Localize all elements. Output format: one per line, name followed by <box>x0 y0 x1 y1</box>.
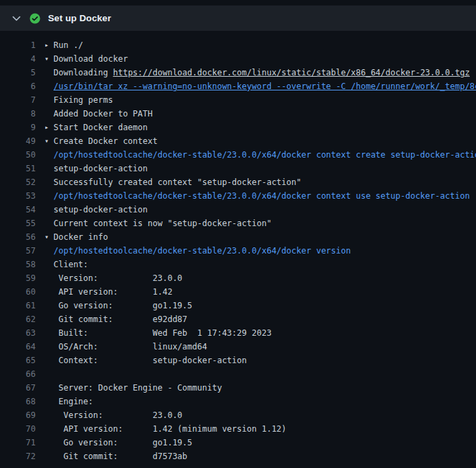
line-number[interactable]: 60 <box>0 285 36 299</box>
toggle-spacer <box>45 93 53 107</box>
line-number[interactable]: 4 <box>0 52 36 66</box>
log-segment: Context: setup-docker-action <box>53 356 247 365</box>
log-segment: Git commit: e92dd87 <box>53 315 187 324</box>
line-number[interactable]: 57 <box>0 244 36 258</box>
log-line[interactable]: 56▾Docker info <box>0 230 476 244</box>
log-segment: Version: 23.0.0 <box>53 273 182 283</box>
toggle-spacer <box>45 422 53 436</box>
log-segment: Run ./ <box>53 40 83 50</box>
group-collapse-triangle-icon[interactable]: ▾ <box>45 134 53 148</box>
log-text: Client: <box>53 258 476 271</box>
toggle-spacer <box>45 244 53 258</box>
log-line: 71 Go version: go1.19.5 <box>0 436 476 449</box>
line-number[interactable]: 52 <box>0 175 36 189</box>
toggle-spacer <box>45 408 53 422</box>
log-line: 64 OS/Arch: linux/amd64 <box>0 340 476 354</box>
line-number[interactable]: 56 <box>0 230 36 244</box>
log-text: Version: 23.0.0 <box>53 271 476 285</box>
line-number[interactable]: 7 <box>0 93 36 107</box>
line-number[interactable]: 55 <box>0 217 36 230</box>
line-number[interactable]: 1 <box>0 38 36 52</box>
line-number[interactable]: 53 <box>0 189 36 203</box>
log-line: 69 Version: 23.0.0 <box>0 408 476 422</box>
log-text: OS/Arch: linux/amd64 <box>53 340 476 354</box>
line-number[interactable]: 54 <box>0 203 36 217</box>
line-number[interactable]: 71 <box>0 436 36 449</box>
log-segment: API version: 1.42 <box>53 287 172 297</box>
line-number[interactable]: 51 <box>0 162 36 175</box>
line-number[interactable]: 67 <box>0 381 36 395</box>
log-line: 61 Go version: go1.19.5 <box>0 299 476 312</box>
toggle-spacer <box>45 395 53 408</box>
log-line[interactable]: 49▾Create Docker context <box>0 134 476 148</box>
group-collapse-triangle-icon[interactable]: ▾ <box>45 230 53 244</box>
line-number[interactable]: 5 <box>0 66 36 79</box>
log-segment: Version: 23.0.0 <box>53 410 182 420</box>
toggle-spacer <box>45 381 53 395</box>
line-number[interactable]: 8 <box>0 107 36 121</box>
log-text: setup-docker-action <box>53 203 476 217</box>
log-text: Server: Docker Engine - Community <box>53 381 476 395</box>
log-text: Downloading https://download.docker.com/… <box>53 66 476 79</box>
toggle-spacer <box>45 217 53 230</box>
group-expand-triangle-icon[interactable]: ▸ <box>45 121 53 134</box>
log-text: /opt/hostedtoolcache/docker-stable/23.0.… <box>53 189 476 203</box>
log-segment: Current context is now "setup-docker-act… <box>53 219 272 228</box>
check-circle-success-icon <box>29 13 40 24</box>
log-line[interactable]: 4▾Download docker <box>0 52 476 66</box>
line-number[interactable]: 64 <box>0 340 36 354</box>
log-segment: Git commit: d7573ab <box>53 452 187 461</box>
log-segment: Client: <box>53 260 88 269</box>
log-line: 50/opt/hostedtoolcache/docker-stable/23.… <box>0 148 476 162</box>
log-text: Docker info <box>53 230 476 244</box>
log-link[interactable]: /usr/bin/tar xz --warning=no-unknown-key… <box>53 82 476 91</box>
line-number[interactable]: 6 <box>0 79 36 93</box>
line-number[interactable]: 58 <box>0 258 36 271</box>
chevron-down-icon[interactable] <box>11 13 22 24</box>
log-text: Run ./ <box>53 38 476 52</box>
toggle-spacer <box>45 203 53 217</box>
log-text: Context: setup-docker-action <box>53 354 476 367</box>
toggle-spacer <box>45 162 53 175</box>
group-expand-triangle-icon[interactable]: ▸ <box>45 38 53 52</box>
log-text: /opt/hostedtoolcache/docker-stable/23.0.… <box>53 244 476 258</box>
toggle-spacer <box>45 299 53 312</box>
line-number[interactable]: 68 <box>0 395 36 408</box>
line-number[interactable]: 70 <box>0 422 36 436</box>
log-segment: Successfully created context "setup-dock… <box>53 177 301 187</box>
line-number[interactable]: 49 <box>0 134 36 148</box>
line-number[interactable]: 72 <box>0 449 36 463</box>
log-line: 55Current context is now "setup-docker-a… <box>0 217 476 230</box>
log-line[interactable]: 1▸Run ./ <box>0 38 476 52</box>
log-link[interactable]: https://download.docker.com/linux/static… <box>113 68 470 77</box>
step-header[interactable]: Set up Docker <box>0 5 476 31</box>
log-text: Go version: go1.19.5 <box>53 299 476 312</box>
line-number[interactable]: 9 <box>0 121 36 134</box>
line-number[interactable]: 65 <box>0 354 36 367</box>
log-text: Successfully created context "setup-dock… <box>53 175 476 189</box>
line-number[interactable]: 61 <box>0 299 36 312</box>
line-number[interactable]: 69 <box>0 408 36 422</box>
log-text: Current context is now "setup-docker-act… <box>53 217 476 230</box>
log-text: Git commit: e92dd87 <box>53 312 476 326</box>
group-collapse-triangle-icon[interactable]: ▾ <box>45 52 53 66</box>
toggle-spacer <box>45 79 53 93</box>
log-segment: Create Docker context <box>53 136 158 146</box>
line-number[interactable]: 63 <box>0 326 36 340</box>
line-number[interactable]: 62 <box>0 312 36 326</box>
toggle-spacer <box>45 367 53 381</box>
log-segment: /opt/hostedtoolcache/docker-stable/23.0.… <box>53 150 476 160</box>
line-number[interactable]: 66 <box>0 367 36 381</box>
log-line: 65 Context: setup-docker-action <box>0 354 476 367</box>
log-segment: Go version: go1.19.5 <box>53 438 192 447</box>
line-number[interactable]: 59 <box>0 271 36 285</box>
log-text: Version: 23.0.0 <box>53 408 476 422</box>
log-segment: Go version: go1.19.5 <box>53 301 192 310</box>
log-line: 72 Git commit: d7573ab <box>0 449 476 463</box>
log-line[interactable]: 9▸Start Docker daemon <box>0 121 476 134</box>
log-segment: Start Docker daemon <box>53 123 147 132</box>
line-number[interactable]: 50 <box>0 148 36 162</box>
toggle-spacer <box>45 175 53 189</box>
log-segment: Docker info <box>53 232 108 242</box>
log-line: 6/usr/bin/tar xz --warning=no-unknown-ke… <box>0 79 476 93</box>
